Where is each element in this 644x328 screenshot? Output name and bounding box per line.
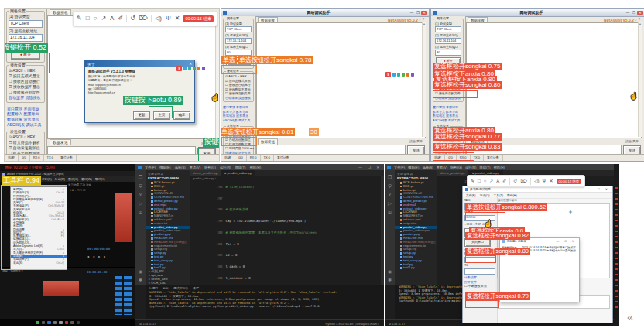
draw-tool-icon[interactable]: ○ [94,15,98,22]
checkbox-option[interactable]: ☐ 循环周期 1000 ms [225,146,252,151]
quick-link-row[interactable]: 配置导入 配置导出 [7,111,44,117]
taskbar-icon[interactable] [47,321,51,325]
activity-bar-icon[interactable]: Ϙ [139,183,142,188]
maximize-icon[interactable]: ❐ [631,11,637,15]
menu-item[interactable]: 查看(V) [437,166,447,169]
minimap[interactable] [381,176,384,285]
checkbox-option[interactable]: ☑ 自动发送附加位 [435,138,461,142]
activity-bar-icon[interactable]: ⊞ [139,210,142,215]
draw-tool-icon[interactable]: □ [86,15,90,22]
draw-tool-icon[interactable]: ○ [484,179,487,183]
disconnect-button[interactable]: ● 断开 [226,57,251,66]
edit-tool-icon[interactable]: ↺ [513,179,517,183]
media-tool-icon[interactable]: ◁) [534,179,540,183]
code-editor[interactable]: 296# file_closed() 297 298# 打开视频文件 299ca… [190,182,384,285]
maximize-icon[interactable]: ❐ [415,11,421,15]
file-menu-item[interactable]: 退出(X) Ctrl+Q [11,261,67,265]
send-tab[interactable]: 数据发送 [258,138,278,145]
disconnect-button[interactable]: ● 断开 [11,50,40,60]
app-icon[interactable]: S [385,72,391,77]
settings-icon[interactable]: ◉ [139,268,142,274]
activity-bar-icon[interactable]: ❐ [388,174,392,179]
editor-tab[interactable]: ● predict_video.py [221,170,255,176]
disconnect-button[interactable]: ● 断开 [436,57,461,66]
send-options[interactable]: 清除 展开 [409,139,423,143]
send-format-radios[interactable]: ⊙ ASCII ○ HEX [9,135,43,140]
settings-icon[interactable]: ✱ [388,277,392,282]
edit-tool-icon[interactable]: ⌦ [139,15,148,22]
app-icon[interactable] [392,73,396,77]
dialog-button[interactable]: 更新 [133,111,150,120]
red-clip-thumbnail[interactable] [43,281,79,296]
host-input[interactable]: 172.16.11.104 [435,38,461,44]
timeline-clip-grid[interactable] [124,276,132,315]
taskbar-icon[interactable] [42,321,46,325]
menu-item[interactable]: 窗口(W) [81,177,92,181]
page-back-chevron[interactable]: « [627,311,633,323]
receive-area[interactable] [256,22,426,138]
app-icon[interactable] [406,73,410,77]
settings-icon[interactable]: ✱ [139,277,142,282]
host-input[interactable]: 172.16.11.104 [9,34,43,42]
file-item[interactable]: tool2.py [395,266,437,270]
receive-links[interactable]: 自动滚屏 清除接收 [435,96,461,101]
media-tool-icon[interactable]: Ψ [166,15,171,22]
app-icon[interactable] [411,73,415,77]
serial-titlebar[interactable]: 多功能调试助手 — □ ✕ [463,186,612,193]
editor-tab[interactable]: demo_predict.py [190,170,221,176]
app-icon[interactable] [193,67,197,70]
receive-tab[interactable]: 数据接收 [50,9,71,15]
checkbox-option[interactable]: ☐ 接收保存到文件 [225,91,252,96]
menu-item[interactable]: 选择(S) [174,166,185,169]
menu-item[interactable]: 文件(F) [394,166,405,169]
quick-link-row[interactable]: ASCII码表 调试工具 [223,118,254,123]
scrollbar[interactable] [215,15,219,138]
open-port-button[interactable]: 打开串口 [464,228,491,237]
menu-item[interactable]: 转到(G) [450,166,462,169]
window-controls[interactable]: — □ ✕ [589,187,610,191]
quick-link-row[interactable]: ASCII码表 调试工具 [433,118,464,123]
receive-links[interactable]: 自动滚屏 清除接收 [9,95,43,101]
send-tab[interactable]: 数据发送 [50,139,71,145]
settings-icon[interactable]: ◉ [388,268,392,274]
menu-item[interactable]: 编辑(E) [159,166,170,169]
activity-bar-icon[interactable]: ▷ [388,200,392,206]
port-input[interactable]: 80 [435,50,461,56]
menu-item[interactable]: 帮助(H) [95,177,105,181]
scrollbar[interactable] [638,22,642,137]
draw-tool-icon[interactable]: □ [478,179,481,183]
help-icon[interactable]: ♡ ? [418,18,424,22]
menu-item[interactable]: 帮助(H) [494,166,505,169]
menu-item[interactable]: 序列(S) [42,177,52,181]
transport-controls[interactable]: ◂ ◂ ▸ ▸ [87,255,107,258]
menu-item[interactable]: 终端(T) [479,166,490,169]
edit-tool-icon[interactable]: ↺ [130,15,135,22]
minimize-icon[interactable]: — [625,11,631,15]
app-icon[interactable] [197,67,201,70]
send-options[interactable]: 清除 展开 [625,139,639,143]
taskbar-icon[interactable] [65,321,69,325]
app-icon[interactable] [202,67,206,70]
activity-bar-icon[interactable]: ɣ [389,192,391,196]
minimize-icon[interactable]: — [409,11,415,15]
quick-link-row[interactable]: ASCII码表 调试工具 [7,122,44,128]
checkbox-option[interactable]: ☑ 接收数据不显示 [9,84,43,90]
help-icon[interactable]: ♡ ? [634,18,640,22]
notepad-titlebar[interactable]: 无标题 - 记事本 — □ ✕ [500,238,579,244]
notepad-body[interactable]: 接收数据文本——2023-10-16 14:33:24 单选按钮[打开串口]被按… [500,244,579,258]
port-input[interactable]: 80 [225,50,252,56]
checkbox-option[interactable]: ☐ 接收保存到文件 [435,91,461,96]
draw-tool-icon[interactable]: ✎ [77,15,82,22]
menu-item[interactable]: 运行(R) [465,166,477,169]
terminal-output[interactable]: WARNING ⚠ 'hide_labels' is deprecated an… [146,291,384,309]
breadcrumb[interactable]: predict_video.py › … [190,176,384,182]
menu-item[interactable]: 帮助(H) [507,193,517,197]
checkbox-option[interactable]: ☑ 按日志模式显示 [9,73,43,79]
taskbar-icon[interactable] [77,321,80,325]
problems-status[interactable]: ⊘ 134 ⚠ 17 [389,322,405,326]
menu-item[interactable]: 图形(G) [68,177,78,181]
app-icon[interactable] [402,73,406,77]
activity-bar-icon[interactable]: ɣ [139,192,142,196]
app-icon[interactable] [397,73,401,77]
send-options[interactable]: 清除 展开 [201,141,214,145]
